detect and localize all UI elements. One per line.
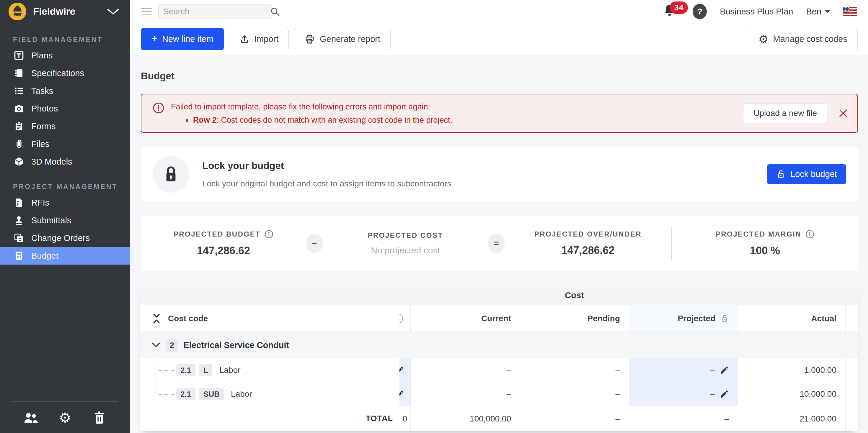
user-menu[interactable]: Ben <box>806 7 830 16</box>
calculator-icon <box>13 250 25 262</box>
sidebar-item-photos[interactable]: Photos <box>0 100 130 118</box>
forms-icon <box>13 120 25 132</box>
search-input[interactable] <box>163 7 270 16</box>
sidebar-item-label: 3D Models <box>31 157 72 167</box>
sidebar-item-label: Photos <box>31 104 58 113</box>
sidebar-item-budget[interactable]: Budget <box>0 247 130 265</box>
info-icon[interactable] <box>265 230 273 239</box>
sidebar-item-change-orders[interactable]: Change Orders <box>0 229 130 247</box>
projected-header-cell[interactable]: Projected <box>629 305 738 332</box>
new-line-item-label: New line item <box>162 34 213 44</box>
current-cell[interactable]: – <box>411 358 520 382</box>
info-icon[interactable] <box>805 230 814 239</box>
error-row-label: Row 2 <box>193 115 217 125</box>
tasks-icon <box>13 85 25 97</box>
generate-report-button[interactable]: Generate report <box>294 28 391 50</box>
manage-cost-codes-button[interactable]: ⚙ Manage cost codes <box>748 28 858 50</box>
tree-line <box>156 394 175 395</box>
projected-budget-label: PROJECTED BUDGET <box>174 230 261 238</box>
pending-header-label[interactable]: Pending <box>520 305 629 332</box>
people-icon[interactable] <box>23 410 38 425</box>
sidebar-item-submittals[interactable]: Submittals <box>0 211 130 229</box>
close-icon[interactable] <box>837 107 849 119</box>
budget-toolbar: + New line item Import Generate report ⚙… <box>130 23 868 55</box>
plus-icon: + <box>151 33 157 44</box>
table-group-row[interactable]: 2 Electrical Service Conduit <box>140 332 858 358</box>
sidebar-header[interactable]: Fieldwire <box>0 0 130 23</box>
manage-cost-codes-label: Manage cost codes <box>773 34 847 44</box>
lock-budget-card: Lock your budget Lock your original budg… <box>141 146 858 202</box>
help-icon[interactable]: ? <box>693 4 707 19</box>
row-name: Labor <box>219 365 241 375</box>
import-button[interactable]: Import <box>229 28 289 50</box>
search-box[interactable] <box>158 4 272 19</box>
app-root: Fieldwire FIELD MANAGEMENT Plans Specifi… <box>0 0 868 433</box>
tree-line <box>156 382 156 394</box>
hamburger-menu-icon[interactable] <box>141 8 152 15</box>
sidebar-item-tasks[interactable]: Tasks <box>0 82 130 100</box>
pending-cell[interactable]: – <box>520 358 629 382</box>
table-row[interactable]: 2.1 L Labor – – – 1,000.00 <box>140 358 858 382</box>
gutter-cell <box>845 382 858 406</box>
chevron-down-icon[interactable] <box>151 342 160 348</box>
content-area: Budget Failed to import template, please… <box>130 55 868 433</box>
collapse-all-icon[interactable] <box>151 313 161 325</box>
row-type-badge: SUB <box>199 388 224 400</box>
import-label: Import <box>254 34 278 44</box>
row-cost-code-cell: 2.1 SUB Labor <box>140 382 399 406</box>
clipped-edit-cell <box>399 382 411 406</box>
edit-pencil-icon[interactable] <box>719 389 729 399</box>
gutter-cell <box>845 358 858 382</box>
actual-cell[interactable]: 1,000.00 <box>738 358 845 382</box>
actual-header-label[interactable]: Actual <box>738 305 845 332</box>
sidebar-item-specifications[interactable]: Specifications <box>0 64 130 82</box>
stamp-icon <box>13 214 25 226</box>
current-cell[interactable]: – <box>411 382 520 406</box>
table-row[interactable]: 2.1 SUB Labor – – – 10,000.00 <box>140 382 858 406</box>
notifications-bell[interactable]: 34 <box>663 3 680 20</box>
clipped-column-header <box>399 305 411 332</box>
cost-code-header-label[interactable]: Cost code <box>168 314 208 323</box>
sidebar-item-plans[interactable]: Plans <box>0 46 130 64</box>
chevron-down-icon[interactable] <box>107 8 119 15</box>
rfi-document-icon <box>13 197 25 208</box>
projected-value: – <box>710 389 715 399</box>
caret-down-icon <box>825 10 830 13</box>
gutter-cell <box>845 406 858 431</box>
projected-cell[interactable]: – <box>629 358 738 382</box>
projection-summary-card: PROJECTED BUDGET 147,286.62 − PROJECTED … <box>141 215 858 271</box>
sidebar-item-label: Tasks <box>31 86 53 96</box>
sidebar-item-label: Specifications <box>31 68 84 78</box>
total-actual: 21,000.00 <box>738 406 845 431</box>
edit-pencil-icon[interactable] <box>719 365 729 375</box>
us-flag-icon[interactable] <box>843 7 857 16</box>
files-icon <box>13 138 25 150</box>
new-line-item-button[interactable]: + New line item <box>141 28 224 50</box>
sidebar-item-3d-models[interactable]: 3D Models <box>0 153 130 170</box>
sidebar-item-forms[interactable]: Forms <box>0 118 130 135</box>
bullet-icon <box>186 119 188 122</box>
actual-cell[interactable]: 10,000.00 <box>738 382 845 406</box>
projected-header-label: Projected <box>678 314 715 323</box>
gear-icon[interactable]: ⚙ <box>57 410 73 425</box>
projected-cost-value: No projected cost <box>371 245 440 256</box>
projected-cell[interactable]: – <box>629 382 738 406</box>
sidebar-item-files[interactable]: Files <box>0 135 130 153</box>
upload-new-file-button[interactable]: Upload a new file <box>743 103 827 123</box>
pending-cell[interactable]: – <box>520 382 629 406</box>
fieldwire-logo-icon <box>8 2 27 21</box>
lock-budget-button[interactable]: Lock budget <box>767 164 846 185</box>
projected-margin-label: PROJECTED MARGIN <box>716 230 802 238</box>
group-name: Electrical Service Conduit <box>183 340 289 350</box>
trash-icon[interactable] <box>92 410 107 425</box>
plan-label[interactable]: Business Plus Plan <box>720 7 793 16</box>
equals-operator: = <box>488 234 504 253</box>
projected-over-under-label: PROJECTED OVER/UNDER <box>534 230 642 238</box>
sidebar-item-label: Forms <box>31 122 56 131</box>
current-header-label[interactable]: Current <box>411 305 520 332</box>
alert-icon <box>153 102 164 114</box>
change-orders-icon <box>13 232 25 244</box>
row-code-badge: 2.1 <box>176 388 195 400</box>
sidebar-item-rfis[interactable]: RFIs <box>0 194 130 211</box>
plans-icon <box>13 49 25 61</box>
